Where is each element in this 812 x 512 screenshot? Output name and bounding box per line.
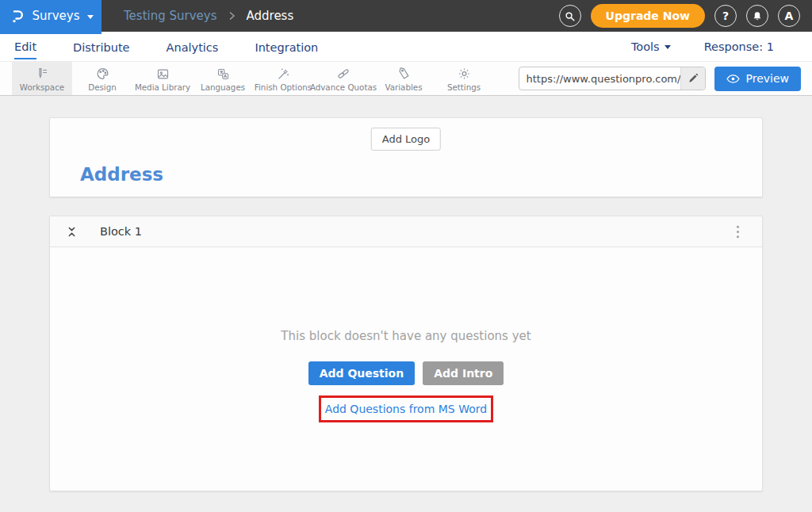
nav-tabs: Edit Distribute Analytics Integration: [14, 33, 318, 59]
add-question-button[interactable]: Add Question: [308, 361, 416, 385]
surveys-product-dropdown[interactable]: Surveys: [0, 0, 102, 34]
toolbar-item-settings[interactable]: Settings: [434, 62, 494, 95]
toolbar-item-advance-quotas[interactable]: Advance Quotas: [313, 62, 373, 95]
toolbar-item-workspace[interactable]: Workspace: [12, 62, 72, 95]
toolbar-item-design[interactable]: Design: [72, 62, 132, 95]
eye-icon: [726, 74, 740, 84]
questionpro-logo-icon: [9, 7, 25, 25]
preview-label: Preview: [746, 72, 790, 85]
design-icon: [95, 66, 110, 81]
top-header: Surveys Testing Surveys Address Upgrade …: [0, 0, 812, 32]
tab-edit[interactable]: Edit: [14, 33, 36, 59]
notifications-button[interactable]: [746, 5, 768, 27]
edit-url-button[interactable]: [680, 67, 705, 90]
add-logo-button[interactable]: Add Logo: [371, 128, 441, 151]
block-card: Block 1 This block doesn't have any ques…: [49, 216, 763, 491]
account-avatar[interactable]: A: [778, 5, 800, 27]
breadcrumb-folder-link[interactable]: Testing Surveys: [124, 9, 217, 23]
search-icon: [564, 10, 576, 22]
finish-options-icon: [276, 66, 291, 81]
tab-analytics[interactable]: Analytics: [167, 34, 219, 59]
toolbar-item-media-library[interactable]: Media Library: [132, 62, 193, 95]
add-intro-button[interactable]: Add Intro: [423, 361, 504, 385]
workspace-icon: [34, 66, 50, 81]
chevron-down-icon: [87, 15, 94, 19]
toolbar-item-languages[interactable]: Languages: [193, 62, 253, 95]
breadcrumb-current-page: Address: [247, 9, 294, 23]
tools-dropdown[interactable]: Tools: [631, 40, 671, 53]
block-body: This block doesn't have any questions ye…: [50, 247, 762, 491]
collapse-block-button[interactable]: [66, 225, 78, 239]
annotation-highlight-box: Add Questions from MS Word: [319, 395, 493, 422]
breadcrumb-separator-icon: [228, 11, 236, 21]
main-nav: Edit Distribute Analytics Integration To…: [0, 32, 812, 62]
help-button[interactable]: ?: [714, 5, 737, 27]
survey-header-card: Add Logo Address: [49, 117, 763, 197]
survey-url-input[interactable]: [519, 67, 680, 90]
breadcrumb: Testing Surveys Address: [124, 9, 293, 23]
media-library-icon: [155, 66, 170, 81]
editor-toolbar: Workspace Design Media Library: [0, 62, 812, 96]
survey-url-box: [519, 67, 706, 90]
advance-quotas-icon: [335, 66, 351, 81]
block-title[interactable]: Block 1: [100, 225, 142, 238]
upgrade-now-button[interactable]: Upgrade Now: [591, 4, 705, 28]
settings-icon: [457, 66, 472, 81]
toolbar-item-finish-options[interactable]: Finish Options: [253, 62, 313, 95]
help-icon: ?: [722, 10, 729, 22]
product-name-label: Surveys: [33, 9, 80, 23]
variables-icon: [396, 66, 412, 81]
chevron-down-icon: [665, 45, 671, 49]
nav-right: Tools Response: 1: [631, 40, 774, 53]
tab-integration[interactable]: Integration: [255, 34, 318, 59]
response-count-link[interactable]: Response: 1: [704, 40, 774, 53]
avatar-initial: A: [785, 10, 794, 22]
tools-label: Tools: [631, 40, 660, 53]
survey-editor-content: Add Logo Address Block 1: [0, 96, 812, 491]
kebab-menu-icon: [736, 224, 740, 239]
bell-icon: [752, 10, 763, 22]
tab-distribute[interactable]: Distribute: [73, 34, 129, 59]
survey-title[interactable]: Address: [80, 164, 163, 185]
add-questions-from-ms-word-link[interactable]: Add Questions from MS Word: [325, 403, 487, 415]
block-header: Block 1: [50, 216, 762, 247]
block-actions: Add Question Add Intro: [308, 361, 504, 385]
preview-button[interactable]: Preview: [714, 67, 802, 91]
collapse-icon: [66, 225, 78, 239]
survey-url-group: Preview: [519, 62, 802, 95]
search-button[interactable]: [559, 5, 581, 27]
toolbar-item-variables[interactable]: Variables: [373, 62, 434, 95]
pencil-icon: [688, 73, 699, 84]
header-actions: Upgrade Now ? A: [559, 4, 800, 28]
block-menu-button[interactable]: [730, 224, 746, 239]
languages-icon: [216, 66, 231, 81]
empty-block-message: This block doesn't have any questions ye…: [281, 329, 530, 343]
